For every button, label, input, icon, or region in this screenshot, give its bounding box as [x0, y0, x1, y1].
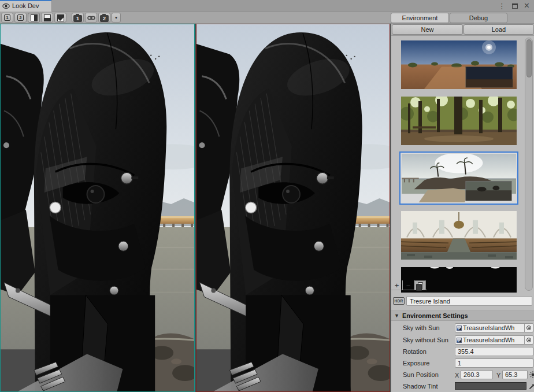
- environment-actions: New Load: [391, 24, 534, 36]
- hdri-thumbnail-outback[interactable]: [401, 40, 517, 89]
- robot-head-render-1: [1, 24, 194, 391]
- environment-1-button[interactable]: 1: [72, 13, 84, 23]
- object-picker-button[interactable]: [524, 336, 533, 344]
- exposure-label: Exposure: [403, 360, 429, 367]
- exposure-value: 1: [458, 360, 461, 367]
- panel-tab-bar: Environment Debug: [391, 12, 534, 24]
- exposure-input[interactable]: 1: [455, 358, 533, 368]
- environment-1-badge-icon: 1: [73, 15, 82, 22]
- hdr-badge-icon: HDR: [393, 297, 405, 305]
- new-environment-button[interactable]: New: [392, 24, 463, 35]
- lookdev-viewport: [0, 24, 391, 392]
- remove-hdri-button[interactable]: −: [403, 280, 414, 290]
- environment-panel: New Load + − HDR Tresure Island: [391, 24, 534, 392]
- split-diagonal-icon: [57, 14, 64, 21]
- link-icon: [87, 14, 95, 22]
- row-rotation: Rotation 355.4: [391, 346, 534, 358]
- single-view-2-button[interactable]: 2: [14, 13, 27, 23]
- duplicate-hdri-button[interactable]: [414, 280, 426, 290]
- sky-with-sun-label: Sky with Sun: [403, 324, 440, 331]
- sun-position-label: Sun Position: [403, 371, 439, 378]
- x-axis-label: X: [455, 372, 459, 379]
- object-picker-button[interactable]: [524, 324, 533, 332]
- shadow-tint-label: Shadow Tint: [403, 383, 438, 390]
- link-environments-button[interactable]: [85, 13, 97, 23]
- settings-header-label: Environment Settings: [402, 312, 468, 319]
- environment-2-badge-icon: 2: [100, 15, 109, 22]
- eyedropper-icon[interactable]: [529, 382, 534, 390]
- window-menu-icon[interactable]: ⋮: [498, 2, 506, 10]
- shadow-tint-swatch[interactable]: [455, 382, 526, 390]
- side-by-side-mode-button[interactable]: [28, 13, 40, 23]
- scrollbar-thumb[interactable]: [526, 39, 532, 77]
- thumbnail-scrollbar[interactable]: [525, 38, 533, 291]
- sky-with-sun-value: TreasureIslandWh: [463, 324, 522, 331]
- hdri-thumbnail-church[interactable]: [401, 211, 517, 260]
- rotation-value: 355.4: [458, 348, 474, 355]
- hdri-thumbnail-forest[interactable]: [401, 97, 517, 145]
- side-by-side-icon: [31, 14, 38, 21]
- window-title: Look Dev: [12, 2, 39, 9]
- add-hdri-button[interactable]: +: [391, 280, 403, 290]
- title-bar: Look Dev ⋮ ×: [0, 0, 534, 12]
- robot-head-render-2: [196, 24, 390, 391]
- environment-2-button[interactable]: 2: [98, 13, 110, 23]
- cubemap-icon: [457, 338, 462, 343]
- hdri-thumbnail-treasure-island[interactable]: [399, 151, 518, 205]
- object-picker-icon: [526, 338, 531, 342]
- row-sky-without-sun: Sky without Sun TreasureIslandWh: [391, 335, 534, 346]
- sun-icon[interactable]: [529, 371, 534, 378]
- lookdev-window-tab[interactable]: Look Dev: [0, 0, 52, 12]
- hdr-name-value: Tresure Island: [410, 298, 450, 305]
- row-shadow-tint: Shadow Tint: [391, 381, 534, 392]
- hdri-thumbnail-list: [391, 36, 534, 293]
- chevron-down-icon: ▼: [112, 16, 120, 20]
- rotation-input[interactable]: 355.4: [455, 347, 533, 356]
- tab-environment[interactable]: Environment: [391, 13, 449, 23]
- environment-settings-header[interactable]: ▼ Environment Settings: [391, 311, 534, 321]
- close-icon[interactable]: ×: [524, 1, 529, 10]
- cubemap-icon: [457, 326, 462, 331]
- duplicate-icon: [418, 282, 423, 289]
- row-exposure: Exposure 1: [391, 358, 534, 369]
- hdr-name-field[interactable]: Tresure Island: [406, 296, 532, 306]
- sun-x-value: 260.3: [463, 371, 480, 378]
- view-options-dropdown[interactable]: ▼: [112, 13, 121, 23]
- row-sun-position: Sun Position X 260.3 Y 65.3: [391, 369, 534, 381]
- maximize-icon[interactable]: [512, 3, 518, 9]
- sky-without-sun-label: Sky without Sun: [403, 336, 448, 343]
- hdr-name-row: HDR Tresure Island: [391, 295, 534, 307]
- load-environment-button[interactable]: Load: [463, 24, 534, 35]
- sky-with-sun-object-field[interactable]: TreasureIslandWh: [455, 323, 533, 332]
- rotation-label: Rotation: [403, 348, 427, 355]
- foldout-triangle-icon: ▼: [394, 313, 399, 319]
- row-sky-with-sun: Sky with Sun TreasureIslandWh: [391, 323, 534, 334]
- hdri-list-controls: + −: [391, 280, 427, 290]
- object-picker-icon: [526, 326, 531, 330]
- y-axis-label: Y: [496, 372, 500, 379]
- split-diagonal-mode-button[interactable]: [54, 13, 66, 23]
- sun-y-input[interactable]: 65.3: [502, 370, 528, 379]
- split-horizontal-mode-button[interactable]: [41, 13, 53, 23]
- single-view-1-button[interactable]: 1: [1, 13, 13, 23]
- render-view-2[interactable]: [196, 24, 390, 392]
- split-horizontal-icon: [44, 14, 51, 21]
- sun-x-input[interactable]: 260.3: [461, 370, 493, 379]
- sun-y-value: 65.3: [505, 371, 517, 378]
- sky-without-sun-value: TreasureIslandWh: [463, 336, 522, 343]
- sky-without-sun-object-field[interactable]: TreasureIslandWh: [455, 335, 533, 345]
- tab-debug[interactable]: Debug: [450, 13, 507, 23]
- render-view-1[interactable]: [0, 24, 195, 392]
- eye-icon: [2, 3, 10, 9]
- panel-divider: [391, 310, 534, 310]
